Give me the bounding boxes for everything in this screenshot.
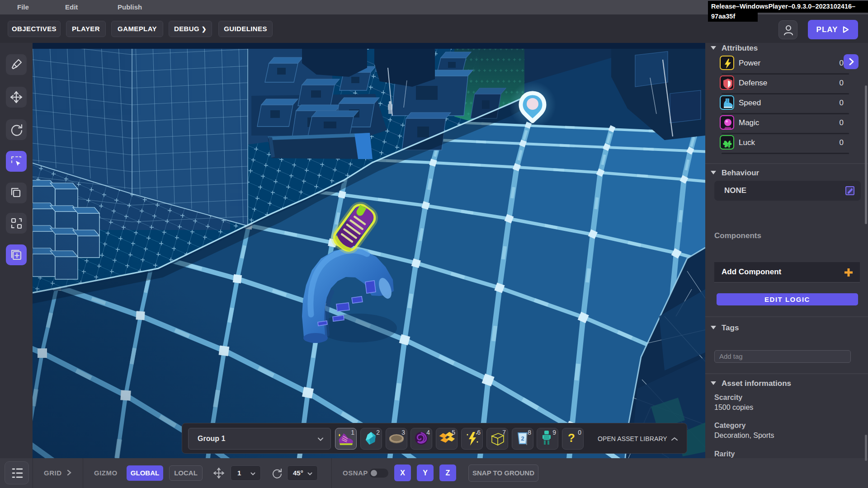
svg-text:2: 2 <box>521 435 524 442</box>
svg-text:?: ? <box>568 431 575 445</box>
